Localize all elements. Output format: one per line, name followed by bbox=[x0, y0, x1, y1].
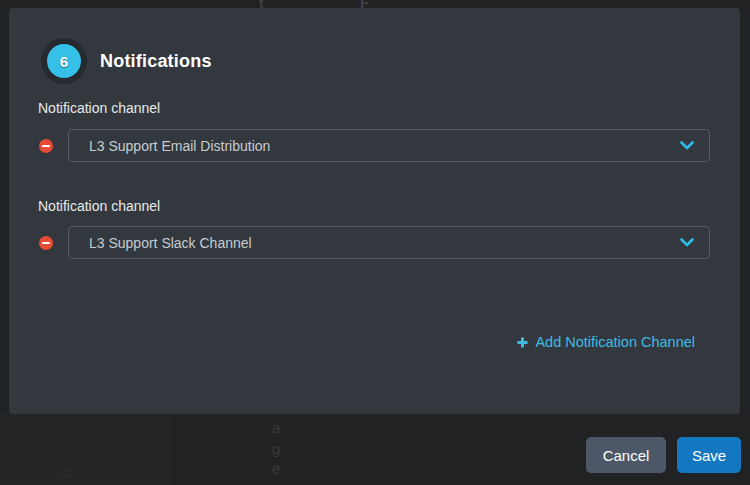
minus-icon bbox=[42, 242, 50, 244]
background-chevron-fragment: < bbox=[61, 463, 72, 484]
background-text-fragment: e bbox=[272, 460, 280, 477]
add-notification-channel-label: Add Notification Channel bbox=[535, 334, 695, 350]
background-text-fragment: a bbox=[272, 419, 280, 436]
notifications-modal-panel: 6 Notifications Notification channel L3 … bbox=[9, 8, 740, 414]
chevron-down-icon bbox=[680, 238, 694, 247]
notification-channel-row: L3 Support Email Distribution bbox=[39, 129, 710, 162]
modal-footer: Cancel Save bbox=[586, 437, 741, 473]
background-left-block bbox=[0, 414, 170, 485]
notification-channel-label: Notification channel bbox=[38, 100, 160, 116]
selected-channel-value: L3 Support Slack Channel bbox=[89, 235, 680, 251]
notification-channel-select[interactable]: L3 Support Slack Channel bbox=[68, 226, 710, 259]
minus-icon bbox=[42, 145, 50, 147]
step-number-ring: 6 bbox=[41, 38, 87, 84]
selected-channel-value: L3 Support Email Distribution bbox=[89, 138, 680, 154]
save-button[interactable]: Save bbox=[677, 437, 741, 473]
chevron-down-icon bbox=[680, 141, 694, 150]
step-number: 6 bbox=[60, 53, 68, 70]
cancel-button[interactable]: Cancel bbox=[586, 437, 666, 473]
background-text-fragment: g bbox=[272, 440, 280, 457]
plus-icon bbox=[517, 337, 528, 348]
notification-channel-select[interactable]: L3 Support Email Distribution bbox=[68, 129, 710, 162]
remove-channel-button[interactable] bbox=[39, 139, 53, 153]
add-notification-channel-link[interactable]: Add Notification Channel bbox=[517, 334, 695, 350]
step-header: 6 Notifications bbox=[41, 38, 212, 84]
modal-title: Notifications bbox=[100, 51, 212, 72]
step-number-badge: 6 bbox=[47, 44, 81, 78]
add-channel-row: Add Notification Channel bbox=[517, 334, 695, 350]
notification-channel-row: L3 Support Slack Channel bbox=[39, 226, 710, 259]
remove-channel-button[interactable] bbox=[39, 236, 53, 250]
notification-channel-label: Notification channel bbox=[38, 198, 160, 214]
